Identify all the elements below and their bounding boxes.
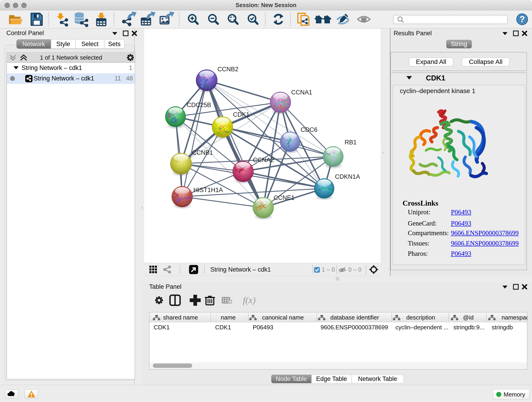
svg-text:cyclin–dependent ...: cyclin–dependent ...	[395, 324, 448, 331]
svg-text:stringdb:9...: stringdb:9...	[453, 324, 485, 331]
svg-text:CCNE1: CCNE1	[273, 194, 295, 201]
svg-text:String Network – cdk1: String Network – cdk1	[210, 266, 271, 273]
svg-text:namespace: namespace	[501, 314, 527, 321]
svg-text:CDC6: CDC6	[301, 126, 317, 133]
svg-text:CDK1: CDK1	[154, 324, 170, 331]
svg-text:9606.ENSP00000378699: 9606.ENSP00000378699	[321, 324, 388, 331]
svg-text:CCNA2: CCNA2	[253, 157, 274, 163]
svg-text:CDK1: CDK1	[233, 111, 249, 118]
svg-text:CCNB1: CCNB1	[192, 149, 213, 156]
svg-text:database identifier: database identifier	[330, 314, 379, 321]
svg-text:shared name: shared name	[163, 314, 198, 321]
svg-text:0 – 0: 0 – 0	[348, 266, 361, 273]
svg-text:P06493: P06493	[253, 324, 273, 331]
svg-text:@id: @id	[463, 314, 474, 321]
svg-text:f(x): f(x)	[243, 295, 256, 305]
svg-text:CCNB2: CCNB2	[217, 66, 239, 73]
svg-text:CDK1: CDK1	[215, 324, 231, 331]
svg-text:name: name	[221, 314, 235, 321]
svg-text:?: ?	[519, 14, 525, 24]
svg-text:stringdb: stringdb	[492, 324, 513, 331]
svg-text:HIST1H1A: HIST1H1A	[193, 186, 223, 193]
svg-text:1 – 0: 1 – 0	[322, 266, 335, 273]
svg-text:CDKN1A: CDKN1A	[335, 173, 360, 180]
svg-text:CCNA1: CCNA1	[291, 89, 312, 96]
svg-text:RB1: RB1	[345, 139, 357, 146]
svg-text:canonical name: canonical name	[262, 314, 304, 321]
svg-text:CDC25B: CDC25B	[187, 102, 211, 108]
svg-text:description: description	[406, 314, 435, 321]
